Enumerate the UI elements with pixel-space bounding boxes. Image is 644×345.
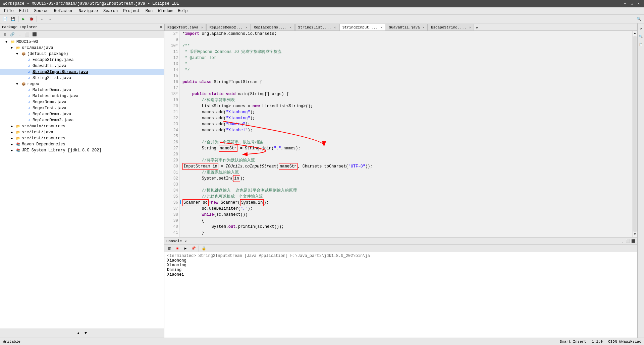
srcfolder-icon: 📂 (15, 136, 21, 141)
tree-item-default-pkg[interactable]: ▼ 📦 (default package) (0, 51, 164, 57)
tree-label: Maven Dependencies (22, 142, 65, 147)
console-scroll-lock-btn[interactable]: 🔒 (200, 245, 208, 252)
code-line-19: //构造字符串列表 (182, 97, 630, 103)
tree-arrow[interactable]: ▼ (5, 40, 10, 44)
menu-run[interactable]: Run (143, 8, 156, 14)
console-pin-btn[interactable]: 📌 (190, 245, 197, 252)
pe-link-btn[interactable]: 🔗 (9, 31, 16, 38)
tree-item-matcheslooking[interactable]: J MatchesLooking.java (0, 93, 164, 99)
tab-close[interactable]: ✕ (245, 25, 247, 29)
scroll-down-btn[interactable]: ▼ (633, 232, 637, 237)
menu-help[interactable]: Help (175, 8, 191, 14)
minimize-btn[interactable]: ─ (623, 1, 628, 6)
console-clear-btn[interactable]: 🗑 (166, 245, 173, 252)
tree-item-src-test-res[interactable]: ▶ 📂 src/test/resources (0, 135, 164, 141)
tree-item-escapestring[interactable]: J EscapeString.java (0, 57, 164, 63)
save-btn[interactable]: 💾 (9, 15, 17, 23)
tab-regextest[interactable]: RegexTest.java ✕ (164, 24, 206, 30)
tree-item-mooc[interactable]: ▼ 📁 MOOC15-03 (0, 39, 164, 45)
tree-item-regexdemo[interactable]: J RegexDemo.java (0, 99, 164, 105)
tab-guavautil[interactable]: GuavaUtil.java ✕ (386, 24, 427, 30)
tree-arrow[interactable]: ▶ (11, 148, 15, 152)
ln-32: 32 (164, 176, 179, 182)
statusbar-right: Smart Insert 1:1:0 CSDN @NagiHsiao (560, 340, 641, 344)
tab-close[interactable]: ✕ (380, 25, 382, 29)
editor-and-console: RegexTest.java ✕ ReplaceDemo2... ✕ Repla… (164, 23, 637, 338)
debug-btn[interactable]: 🐞 (28, 15, 35, 23)
tree-item-guavautil[interactable]: J GuavaUtil.java (0, 63, 164, 69)
tree-item-maven-deps[interactable]: ▶ 📚 Maven Dependencies (0, 141, 164, 147)
menu-project[interactable]: Project (120, 8, 143, 14)
tab-replacedemo[interactable]: ReplaceDemo.... ✕ (251, 24, 295, 30)
console-min-btn[interactable]: ⬜ (626, 239, 630, 243)
pe-menu-btn[interactable]: ⋮ (16, 31, 23, 38)
right-icon-2[interactable]: 🔍 (637, 33, 644, 40)
right-side-panel: ⚙ 🔍 📋 (637, 23, 644, 338)
tree-arrow[interactable]: ▼ (11, 46, 15, 50)
tab-string2list[interactable]: String2List.... ✕ (295, 24, 339, 30)
console-content[interactable]: <terminated> String2InputStream [Java Ap… (164, 252, 637, 338)
tab-close[interactable]: ✕ (469, 25, 471, 29)
menu-source[interactable]: Source (32, 8, 51, 14)
tab-close[interactable]: ✕ (334, 25, 336, 29)
tree-label: String2InputStream.java (33, 70, 88, 74)
prev-edit-btn[interactable]: ← (38, 15, 46, 23)
tab-escapestring[interactable]: EscapeString.... ✕ (428, 24, 474, 30)
scroll-thumb[interactable] (633, 36, 637, 232)
console-terminate-btn[interactable]: ■ (174, 245, 181, 252)
tree-arrow[interactable]: ▶ (11, 124, 15, 128)
next-edit-btn[interactable]: → (46, 15, 54, 23)
menu-refactor[interactable]: Refactor (51, 8, 76, 14)
maximize-btn[interactable]: □ (629, 1, 635, 6)
tree-item-regex[interactable]: ▼ 📦 regex (0, 81, 164, 87)
pe-close-icon[interactable]: ✕ (160, 25, 162, 29)
pe-header: Package Explorer ✕ (0, 23, 164, 31)
right-icon-3[interactable]: 📋 (637, 41, 644, 48)
console-out-xiaohei: Xiaohei (167, 272, 635, 277)
tree-item-string2inputstream[interactable]: J String2InputStream.java (0, 69, 164, 75)
tree-item-jre-lib[interactable]: ▶ 📚 JRE System Library [jdk1.8.0_202] (0, 147, 164, 153)
tab-close[interactable]: ✕ (290, 25, 292, 29)
tree-arrow[interactable]: ▶ (11, 142, 15, 146)
pe-content: ▼ 📁 MOOC15-03 ▼ 📂 src/main/java ▼ 📦 (de (0, 38, 164, 329)
tab-close[interactable]: ✕ (201, 25, 203, 29)
console-menu-btn[interactable]: ⋮ (621, 239, 625, 243)
tree-arrow[interactable]: ▼ (16, 52, 21, 56)
tab-string2inputstream[interactable]: String2Input.... ✕ (339, 24, 386, 31)
tab-replacedemo2[interactable]: ReplaceDemo2... ✕ (206, 24, 250, 30)
menu-navigate[interactable]: Navigate (76, 8, 101, 14)
tree-item-replacedemo2[interactable]: J ReplaceDemo2.java (0, 117, 164, 123)
pe-max-btn[interactable]: ⬛ (31, 31, 38, 38)
close-btn[interactable]: ✕ (636, 1, 641, 6)
new-btn[interactable]: 📄 (1, 15, 9, 23)
tree-item-replacedemo[interactable]: J ReplaceDemo.java (0, 111, 164, 117)
right-icon-1[interactable]: ⚙ (637, 25, 644, 32)
console-run-btn[interactable]: ▶ (182, 245, 189, 252)
tree-item-string2list[interactable]: J String2List.java (0, 75, 164, 81)
code-area[interactable]: *import org.apache.commons.io.Charsets; … (180, 31, 632, 237)
tree-item-matcherdemo[interactable]: J MatcherDemo.java (0, 87, 164, 93)
search-btn[interactable]: 🔍 (635, 15, 643, 23)
tree-arrow[interactable]: ▶ (11, 130, 15, 134)
pe-scroll-down[interactable]: ▼ (82, 330, 90, 337)
tree-item-src-main-res[interactable]: ▶ 📂 src/main/resources (0, 123, 164, 129)
tab-close[interactable]: ✕ (423, 25, 425, 29)
tree-arrow (21, 113, 26, 116)
menu-file[interactable]: File (1, 8, 16, 14)
menu-edit[interactable]: Edit (16, 8, 32, 14)
tree-item-src-test-java[interactable]: ▶ 📂 src/test/java (0, 129, 164, 135)
tree-item-regextest[interactable]: J RegexTest.java (0, 105, 164, 111)
tree-item-src-main-java[interactable]: ▼ 📂 src/main/java (0, 45, 164, 51)
console-max-btn[interactable]: ⬛ (631, 239, 635, 243)
more-tabs-btn[interactable]: » (474, 25, 479, 30)
pe-scroll-up[interactable]: ▲ (75, 330, 82, 337)
tree-arrow[interactable]: ▶ (11, 136, 15, 140)
scroll-up-btn[interactable]: ▲ (633, 31, 637, 36)
menu-window[interactable]: Window (155, 8, 175, 14)
run-btn[interactable]: ▶ (20, 15, 27, 23)
pe-min-btn[interactable]: ⬜ (23, 31, 31, 38)
editor-scrollbar[interactable]: ▲ ▼ (632, 31, 637, 237)
pe-collapse-btn[interactable]: ⊟ (1, 31, 9, 38)
tree-arrow[interactable]: ▼ (16, 82, 21, 86)
menu-search[interactable]: Search (101, 8, 120, 14)
